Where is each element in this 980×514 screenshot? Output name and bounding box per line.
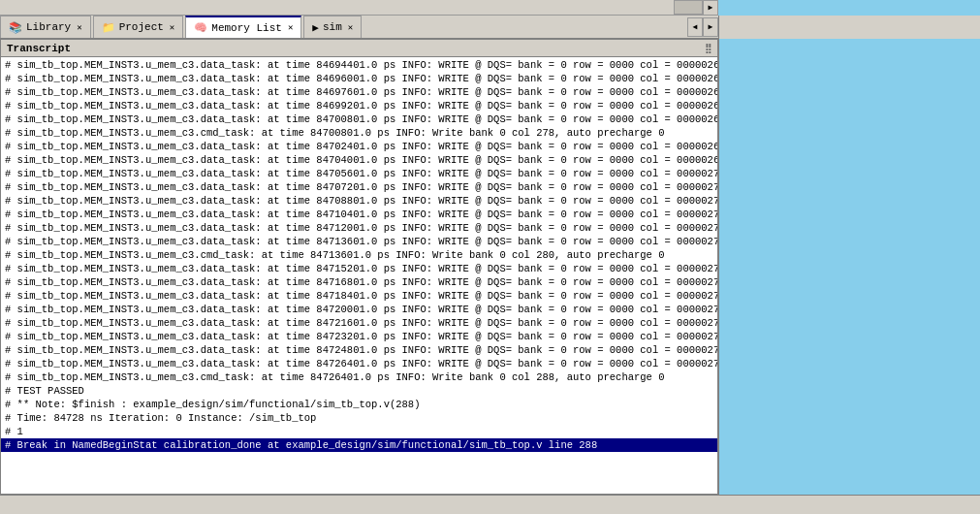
log-line: # sim_tb_top.MEM_INST3.u_mem_c3.data_tas… bbox=[1, 221, 717, 235]
main-content: Transcript ⣿ # sim_tb_top.MEM_INST3.u_me… bbox=[0, 39, 980, 495]
log-line: # Break in NamedBeginStat calibration_do… bbox=[1, 438, 717, 452]
log-line: # ** Note: $finish : example_design/sim/… bbox=[1, 398, 717, 411]
horizontal-scrollbar-track[interactable] bbox=[0, 0, 703, 15]
tab-sim[interactable]: ▶ sim ✕ bbox=[303, 16, 362, 38]
library-icon: 📚 bbox=[9, 21, 22, 34]
log-line: # sim_tb_top.MEM_INST3.u_mem_c3.data_tas… bbox=[1, 289, 717, 303]
tab-sim-close[interactable]: ✕ bbox=[348, 22, 353, 33]
tab-project[interactable]: 📁 Project ✕ bbox=[93, 16, 184, 38]
tab-library[interactable]: 📚 Library ✕ bbox=[0, 16, 91, 38]
log-line: # sim_tb_top.MEM_INST3.u_mem_c3.data_tas… bbox=[1, 275, 717, 289]
tab-nav-arrows: ◀ ▶ bbox=[687, 16, 718, 38]
tab-bar: 📚 Library ✕ 📁 Project ✕ 🧠 Memory List ✕ … bbox=[0, 16, 980, 39]
log-line: # sim_tb_top.MEM_INST3.u_mem_c3.data_tas… bbox=[1, 112, 717, 126]
tab-memory-list-close[interactable]: ✕ bbox=[288, 22, 293, 33]
log-line: # sim_tb_top.MEM_INST3.u_mem_c3.data_tas… bbox=[1, 208, 717, 221]
horizontal-scrollbar-thumb[interactable] bbox=[674, 0, 703, 15]
log-line: # 1 bbox=[1, 425, 717, 438]
log-line: # sim_tb_top.MEM_INST3.u_mem_c3.data_tas… bbox=[1, 180, 717, 194]
tab-nav-prev[interactable]: ◀ bbox=[687, 17, 703, 37]
log-line: # Time: 84728 ns Iteration: 0 Instance: … bbox=[1, 411, 717, 425]
log-line: # sim_tb_top.MEM_INST3.u_mem_c3.cmd_task… bbox=[1, 126, 717, 140]
tab-sim-label: sim bbox=[323, 21, 342, 33]
log-line: # sim_tb_top.MEM_INST3.u_mem_c3.data_tas… bbox=[1, 235, 717, 248]
log-line: # sim_tb_top.MEM_INST3.u_mem_c3.data_tas… bbox=[1, 167, 717, 180]
log-line: # sim_tb_top.MEM_INST3.u_mem_c3.data_tas… bbox=[1, 316, 717, 330]
log-line: # sim_tb_top.MEM_INST3.u_mem_c3.data_tas… bbox=[1, 194, 717, 208]
log-line: # sim_tb_top.MEM_INST3.u_mem_c3.data_tas… bbox=[1, 330, 717, 343]
transcript-resize-handle[interactable]: ⣿ bbox=[705, 43, 711, 54]
log-line: # sim_tb_top.MEM_INST3.u_mem_c3.data_tas… bbox=[1, 58, 717, 72]
top-scrollbar-row: ▶ bbox=[0, 0, 980, 16]
transcript-content[interactable]: # sim_tb_top.MEM_INST3.u_mem_c3.data_tas… bbox=[1, 57, 717, 494]
right-panel-tab-area bbox=[718, 16, 980, 39]
right-panel-top-area bbox=[718, 0, 980, 16]
tab-library-label: Library bbox=[26, 21, 71, 33]
tab-memory-list-label: Memory List bbox=[211, 22, 282, 34]
log-line: # TEST PASSED bbox=[1, 384, 717, 398]
log-line: # sim_tb_top.MEM_INST3.u_mem_c3.cmd_task… bbox=[1, 370, 717, 384]
log-line: # sim_tb_top.MEM_INST3.u_mem_c3.data_tas… bbox=[1, 85, 717, 99]
tab-nav-next[interactable]: ▶ bbox=[703, 17, 718, 37]
transcript-header: Transcript ⣿ bbox=[1, 40, 717, 57]
transcript-header-label: Transcript bbox=[7, 43, 71, 54]
log-line: # sim_tb_top.MEM_INST3.u_mem_c3.data_tas… bbox=[1, 357, 717, 370]
status-bar bbox=[0, 495, 980, 514]
memory-list-icon: 🧠 bbox=[194, 21, 207, 34]
log-line: # sim_tb_top.MEM_INST3.u_mem_c3.data_tas… bbox=[1, 153, 717, 167]
tab-project-label: Project bbox=[119, 21, 164, 33]
log-line: # sim_tb_top.MEM_INST3.u_mem_c3.data_tas… bbox=[1, 343, 717, 357]
log-line: # sim_tb_top.MEM_INST3.u_mem_c3.data_tas… bbox=[1, 140, 717, 153]
scroll-right-arrow[interactable]: ▶ bbox=[703, 0, 718, 16]
log-line: # sim_tb_top.MEM_INST3.u_mem_c3.data_tas… bbox=[1, 303, 717, 316]
project-icon: 📁 bbox=[102, 21, 115, 34]
tab-library-close[interactable]: ✕ bbox=[77, 22, 81, 33]
tab-memory-list[interactable]: 🧠 Memory List ✕ bbox=[185, 16, 301, 38]
log-line: # sim_tb_top.MEM_INST3.u_mem_c3.data_tas… bbox=[1, 72, 717, 85]
log-line: # sim_tb_top.MEM_INST3.u_mem_c3.cmd_task… bbox=[1, 248, 717, 262]
right-panel bbox=[718, 39, 980, 495]
sim-icon: ▶ bbox=[312, 21, 319, 34]
transcript-panel: Transcript ⣿ # sim_tb_top.MEM_INST3.u_me… bbox=[0, 39, 718, 495]
log-line: # sim_tb_top.MEM_INST3.u_mem_c3.data_tas… bbox=[1, 99, 717, 112]
tab-project-close[interactable]: ✕ bbox=[170, 22, 174, 33]
log-line: # sim_tb_top.MEM_INST3.u_mem_c3.data_tas… bbox=[1, 262, 717, 275]
